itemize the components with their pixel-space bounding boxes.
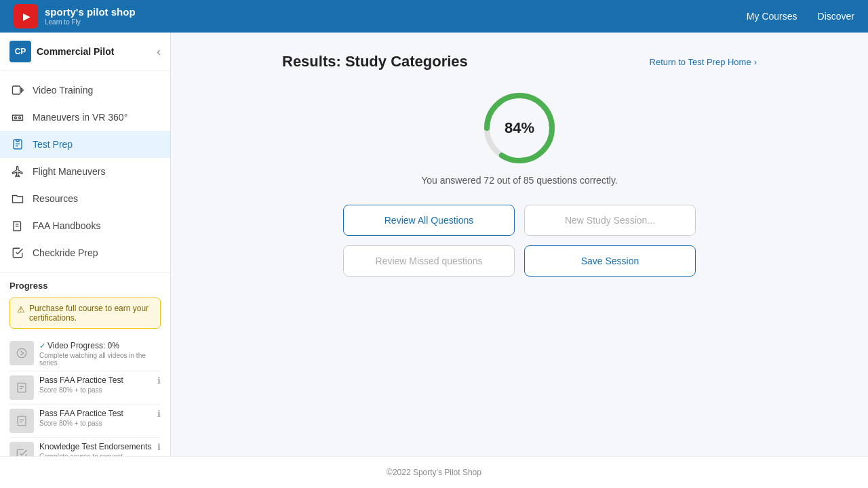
svg-marker-1 — [21, 88, 23, 92]
chevron-right-icon: › — [754, 57, 757, 67]
check-mark: ✓ — [39, 342, 47, 350]
faa1-subtitle: Score 80% + to pass — [39, 386, 152, 394]
top-navigation: sporty's pilot shop Learn to Fly My Cour… — [0, 0, 868, 33]
knowledge-subtitle: Complete course to request — [39, 453, 152, 456]
knowledge-title: Knowledge Test Endorsements — [39, 442, 152, 451]
svg-point-3 — [19, 117, 21, 119]
score-container: 84% You answered 72 out of 85 questions … — [282, 91, 757, 186]
sidebar: CP Commercial Pilot ‹ Video Training Man… — [0, 33, 171, 456]
sidebar-label-faa-handbooks: FAA Handbooks — [33, 220, 100, 231]
discover-link[interactable]: Discover — [818, 11, 854, 22]
svg-rect-13 — [18, 416, 26, 426]
sidebar-item-faa-handbooks[interactable]: FAA Handbooks — [0, 212, 170, 239]
score-circle: 84% — [482, 91, 557, 165]
faa2-subtitle: Score 80% + to pass — [39, 420, 152, 427]
logo-play-button[interactable] — [14, 4, 38, 28]
video-progress-title: ✓ Video Progress: 0% — [39, 341, 161, 350]
knowledge-info-icon[interactable]: ℹ — [157, 442, 161, 452]
footer: ©2022 Sporty's Pilot Shop — [0, 456, 868, 488]
logo-subtext: Learn to Fly — [45, 18, 136, 26]
video-progress-subtitle: Complete watching all videos in the seri… — [39, 352, 161, 367]
faa2-thumb — [9, 409, 34, 433]
video-progress-thumb — [9, 341, 34, 365]
sidebar-item-maneuvers-vr[interactable]: Maneuvers in VR 360° — [0, 104, 170, 131]
logo-area: sporty's pilot shop Learn to Fly — [14, 4, 136, 28]
sidebar-item-resources[interactable]: Resources — [0, 185, 170, 212]
course-name: Commercial Pilot — [37, 46, 114, 57]
video-progress-info: ✓ Video Progress: 0% Complete watching a… — [39, 341, 161, 367]
sidebar-label-flight-maneuvers: Flight Maneuvers — [33, 166, 105, 177]
collapse-sidebar-button[interactable]: ‹ — [157, 45, 161, 59]
sidebar-label-resources: Resources — [33, 193, 78, 204]
sidebar-header: CP Commercial Pilot ‹ — [0, 33, 170, 71]
course-title-block: CP Commercial Pilot — [9, 41, 114, 62]
faa2-info: Pass FAA Practice Test Score 80% + to pa… — [39, 409, 152, 427]
my-courses-link[interactable]: My Courses — [747, 11, 797, 22]
faa2-title: Pass FAA Practice Test — [39, 409, 152, 418]
warning-icon: ⚠ — [17, 304, 25, 314]
knowledge-thumb — [9, 442, 34, 456]
sidebar-scroll: Video Training Maneuvers in VR 360° Test… — [0, 71, 170, 456]
logo-text-block: sporty's pilot shop Learn to Fly — [45, 7, 136, 26]
review-missed-questions-button[interactable]: Review Missed questions — [343, 245, 515, 277]
content-header: Results: Study Categories Return to Test… — [282, 53, 757, 70]
sidebar-item-checkride-prep[interactable]: Checkride Prep — [0, 239, 170, 266]
save-session-button[interactable]: Save Session — [524, 245, 696, 277]
clipboard-icon — [11, 138, 24, 151]
faa1-thumb — [9, 375, 34, 400]
sidebar-label-checkride-prep: Checkride Prep — [33, 247, 98, 258]
progress-title: Progress — [9, 281, 161, 291]
sidebar-item-video-training[interactable]: Video Training — [0, 77, 170, 104]
faa1-info-icon[interactable]: ℹ — [157, 375, 161, 386]
svg-point-2 — [15, 117, 17, 119]
purchase-banner-text: Purchase full course to earn your certif… — [29, 304, 153, 323]
course-icon: CP — [9, 41, 31, 62]
progress-item-knowledge: Knowledge Test Endorsements Complete cou… — [9, 438, 161, 456]
plane-icon — [11, 165, 24, 178]
book-icon — [11, 219, 24, 232]
sidebar-item-flight-maneuvers[interactable]: Flight Maneuvers — [0, 158, 170, 185]
main-content: Results: Study Categories Return to Test… — [171, 33, 868, 456]
sidebar-label-video-training: Video Training — [33, 85, 93, 96]
svg-point-9 — [17, 348, 26, 358]
page-title: Results: Study Categories — [282, 53, 468, 70]
faa1-info: Pass FAA Practice Test Score 80% + to pa… — [39, 375, 152, 394]
vr-icon — [11, 110, 24, 124]
svg-rect-10 — [18, 383, 26, 392]
logo-name: sporty's pilot shop — [45, 7, 136, 18]
checkride-icon — [11, 246, 24, 260]
progress-item-faa-1: Pass FAA Practice Test Score 80% + to pa… — [9, 371, 161, 405]
nav-items-list: Video Training Maneuvers in VR 360° Test… — [0, 71, 170, 272]
review-all-questions-button[interactable]: Review All Questions — [343, 205, 515, 236]
video-icon — [11, 83, 24, 97]
return-link[interactable]: Return to Test Prep Home › — [650, 57, 757, 67]
sidebar-label-test-prep: Test Prep — [33, 139, 73, 150]
new-study-session-button[interactable]: New Study Session... — [524, 205, 696, 236]
folder-icon — [11, 192, 24, 205]
score-percent: 84% — [505, 119, 534, 137]
progress-item-video: ✓ Video Progress: 0% Complete watching a… — [9, 337, 161, 371]
purchase-banner: ⚠ Purchase full course to earn your cert… — [9, 298, 161, 329]
knowledge-info: Knowledge Test Endorsements Complete cou… — [39, 442, 152, 456]
score-description: You answered 72 out of 85 questions corr… — [421, 175, 618, 186]
sidebar-label-maneuvers-vr: Maneuvers in VR 360° — [33, 112, 127, 123]
content-inner: Results: Study Categories Return to Test… — [282, 53, 757, 277]
sidebar-item-test-prep[interactable]: Test Prep — [0, 131, 170, 158]
progress-item-faa-2: Pass FAA Practice Test Score 80% + to pa… — [9, 405, 161, 438]
progress-section: Progress ⚠ Purchase full course to earn … — [0, 272, 170, 456]
footer-text: ©2022 Sporty's Pilot Shop — [387, 468, 481, 477]
faa2-info-icon[interactable]: ℹ — [157, 409, 161, 419]
top-nav-links: My Courses Discover — [747, 11, 854, 22]
main-layout: CP Commercial Pilot ‹ Video Training Man… — [0, 33, 868, 456]
svg-rect-0 — [13, 86, 20, 94]
faa1-title: Pass FAA Practice Test — [39, 375, 152, 385]
action-buttons: Review All Questions New Study Session..… — [343, 205, 696, 277]
